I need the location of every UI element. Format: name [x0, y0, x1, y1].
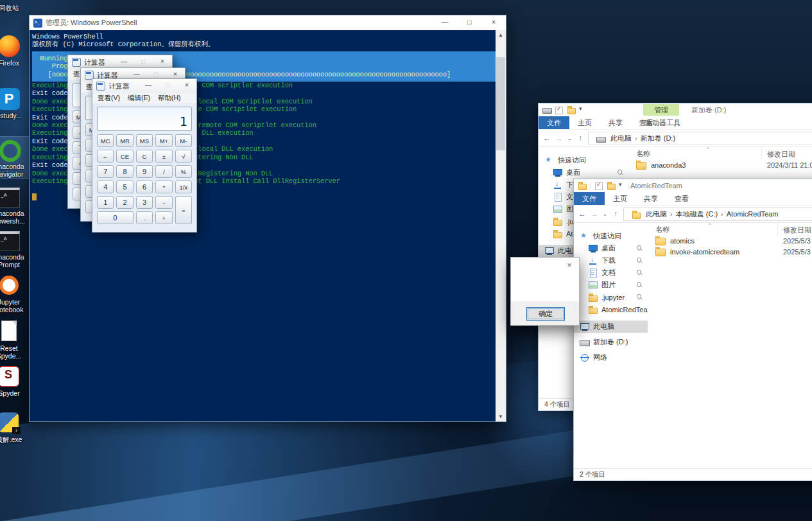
chevron-down-icon[interactable] [579, 105, 585, 115]
close-button[interactable]: × [153, 55, 172, 68]
sidebar-item[interactable]: 文档 [574, 267, 648, 279]
address-bar[interactable]: 此电脑 新加卷 (D:) [588, 132, 812, 145]
minimize-button[interactable]: — [139, 79, 158, 92]
chevron-down-icon[interactable] [619, 181, 625, 191]
sidebar-item[interactable]: 桌面 [539, 166, 628, 179]
quick-access-newfolder-icon[interactable] [607, 181, 616, 191]
console-scrollbar[interactable]: ▲ ▼ [496, 30, 506, 421]
ribbon-tab[interactable]: 文件 [539, 116, 569, 129]
up-icon[interactable]: ↑ [576, 134, 585, 143]
calculator-key[interactable]: 6 [136, 181, 153, 193]
desktop-icon[interactable]: 回收站 [0, 0, 30, 12]
quick-access-properties-icon[interactable] [555, 105, 564, 115]
calculator-key[interactable]: ← [97, 150, 114, 163]
scroll-down-icon[interactable]: ▼ [496, 412, 506, 421]
history-chevron-icon[interactable]: ⌄ [602, 211, 608, 217]
menu-help[interactable]: 帮助(H) [158, 94, 181, 103]
calculator-key[interactable]: * [155, 181, 172, 193]
desktop-icon[interactable]: ostudy... [0, 86, 30, 120]
calculator-key[interactable]: 7 [97, 165, 114, 178]
minimize-button[interactable]: — [114, 55, 134, 68]
breadcrumb[interactable]: 本地磁盘 (C:) [670, 209, 718, 219]
sidebar-item[interactable]: 下载 [574, 254, 648, 267]
file-row[interactable]: invoke-atomicredteam 2025/5/3 2 [648, 246, 812, 257]
calculator-key[interactable]: = [175, 196, 192, 224]
calculator-key[interactable]: 0 [97, 211, 134, 224]
sidebar-item[interactable]: .jupyter [574, 291, 648, 303]
ribbon-tab[interactable]: 共享 [600, 116, 631, 129]
column-header-name[interactable]: 名称 [636, 149, 650, 159]
desktop-icon[interactable]: Jupyter Notebook [0, 272, 30, 313]
sidebar-item[interactable]: 网络 [574, 351, 648, 364]
desktop-icon[interactable]: 破解.exe [0, 410, 30, 444]
column-header-date[interactable]: 修改日期 [761, 146, 795, 159]
sidebar-item[interactable]: 图片 [574, 279, 648, 291]
calculator-title-bar[interactable]: 计算器 —□× [92, 79, 196, 93]
desktop-icon[interactable]: Anaconda Prompt [0, 227, 30, 269]
breadcrumb[interactable]: 新加卷 (D:) [635, 134, 675, 143]
calculator-key[interactable]: 4 [97, 181, 114, 193]
breadcrumb[interactable]: AtomicRedTeam [721, 210, 778, 218]
sort-ascending-icon[interactable]: ^ [707, 146, 709, 152]
sidebar-item[interactable]: 快速访问 [574, 230, 648, 242]
calculator-key[interactable]: MR [116, 134, 133, 147]
quick-access-newfolder-icon[interactable] [567, 105, 576, 115]
menu-edit[interactable]: 编辑(E) [128, 94, 150, 103]
ok-button[interactable]: 确定 [526, 307, 565, 321]
explorer-title-bar[interactable]: 管理 新加卷 (D:) [539, 103, 812, 116]
ribbon-tab[interactable]: 共享 [635, 192, 666, 205]
close-button[interactable]: × [481, 15, 506, 30]
powershell-title-bar[interactable]: 管理员: Windows PowerShell — □ × [30, 15, 506, 30]
calculator-key[interactable]: ± [155, 150, 172, 163]
scrollbar-thumb[interactable] [496, 57, 505, 150]
ribbon-tab[interactable]: 主页 [569, 116, 600, 129]
back-icon[interactable]: ← [578, 209, 587, 218]
calculator-key[interactable]: CE [116, 150, 133, 163]
sidebar-item[interactable]: 桌面 [574, 242, 648, 254]
up-icon[interactable]: ↑ [611, 209, 620, 218]
breadcrumb[interactable]: 此电脑 [610, 134, 632, 143]
desktop-icon[interactable]: Anaconda Powersh... [0, 184, 30, 225]
back-icon[interactable]: ← [542, 134, 551, 143]
scroll-up-icon[interactable]: ▲ [496, 30, 506, 40]
breadcrumb[interactable]: 此电脑 [646, 209, 667, 219]
sidebar-item[interactable]: AtomicRedTeam [574, 303, 648, 315]
column-header-date[interactable]: 修改日期 [777, 222, 811, 235]
desktop-icon[interactable]: Reset Spyde... [0, 319, 30, 360]
column-header-name[interactable]: 名称 [655, 225, 669, 234]
quick-access-properties-icon[interactable] [594, 181, 604, 191]
calculator-key[interactable]: MS [136, 134, 153, 147]
calculator-key[interactable]: MC [97, 134, 114, 147]
file-row[interactable]: atomics 2025/5/3 2 [648, 235, 812, 246]
sidebar-item[interactable]: 此电脑 [574, 321, 648, 333]
calculator-key[interactable]: / [155, 165, 172, 178]
calculator-key[interactable]: 2 [116, 196, 133, 209]
calculator-key[interactable]: 3 [136, 196, 153, 209]
menu-view[interactable]: 查看(V) [98, 94, 120, 103]
calculator-key[interactable]: % [175, 165, 192, 178]
minimize-button[interactable]: — [433, 15, 457, 30]
calculator-key[interactable]: 5 [116, 181, 133, 193]
desktop-icon[interactable]: Anaconda Navigator [0, 137, 30, 178]
sidebar-item[interactable]: 新加卷 (D:) [574, 336, 648, 348]
address-bar[interactable]: 此电脑 本地磁盘 (C:) AtomicRedTeam [623, 208, 812, 221]
ribbon-tab[interactable]: 主页 [605, 192, 635, 205]
sidebar-item[interactable]: 快速访问 [539, 154, 628, 166]
close-button[interactable]: × [177, 79, 196, 92]
desktop-icon[interactable]: Firefox [0, 33, 30, 67]
history-chevron-icon[interactable]: ⌄ [567, 135, 573, 141]
file-row[interactable]: anaconda3 2024/3/11 21:06 [628, 159, 812, 170]
explorer-title-bar[interactable]: AtomicRedTeam [574, 179, 812, 192]
calculator-key[interactable]: M- [175, 134, 192, 147]
close-icon[interactable]: × [562, 260, 576, 272]
maximize-button[interactable]: □ [457, 15, 481, 30]
calculator-key[interactable]: 1 [97, 196, 114, 209]
calculator-key[interactable]: - [155, 196, 172, 209]
calculator-key[interactable]: 8 [116, 165, 133, 178]
calculator-key[interactable]: M+ [155, 134, 172, 147]
calculator-key[interactable]: . [136, 211, 153, 224]
desktop-icon[interactable]: Spyder [0, 364, 30, 398]
calculator-key[interactable]: + [155, 211, 172, 224]
ribbon-tab[interactable]: 文件 [574, 192, 605, 205]
sort-ascending-icon[interactable]: ^ [709, 222, 711, 227]
